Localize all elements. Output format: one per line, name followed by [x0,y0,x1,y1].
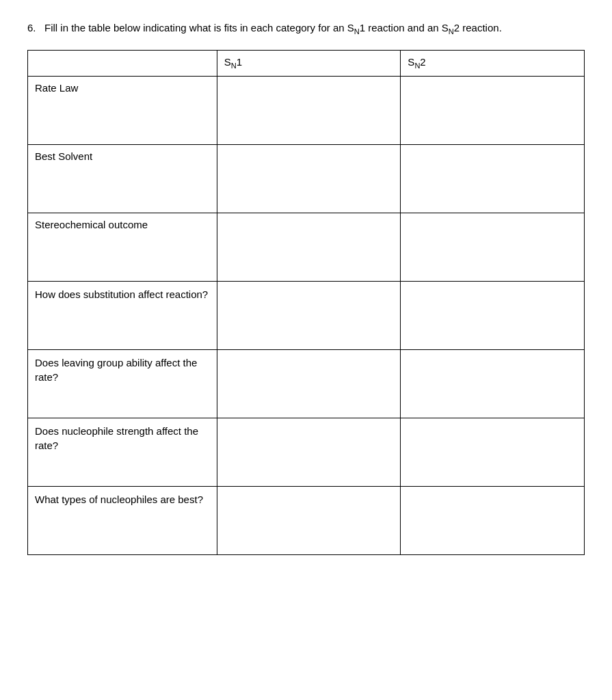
question-instruction: 6. Fill in the table below indicating wh… [27,21,585,38]
sn2-nucleophile-strength [401,418,585,486]
sn2-rate-law [401,76,585,144]
table-row: How does substitution affect reaction? [28,281,585,349]
category-substitution-effect: How does substitution affect reaction? [28,281,217,349]
category-best-solvent: Best Solvent [28,144,217,213]
table-row: Best Solvent [28,144,585,213]
table-row: What types of nucleophiles are best? [28,486,585,554]
sn2-stereochemical-outcome [401,213,585,281]
sn2-best-solvent [401,144,585,213]
question-number: 6. Fill in the table below indicating wh… [27,22,502,33]
category-leaving-group: Does leaving group ability affect the ra… [28,349,217,418]
sn1-stereochemical-outcome [217,213,401,281]
category-rate-law: Rate Law [28,76,217,144]
sn1-best-solvent [217,144,401,213]
sn2-nucleophile-types [401,486,585,554]
sn1-nucleophile-types [217,486,401,554]
table-row: Does leaving group ability affect the ra… [28,349,585,418]
sn2-leaving-group [401,349,585,418]
sn2-substitution-effect [401,281,585,349]
table-row: Rate Law [28,76,585,144]
sn1-rate-law [217,76,401,144]
category-stereochemical-outcome: Stereochemical outcome [28,213,217,281]
comparison-table: SN1 SN2 Rate Law Best Solvent Stereochem… [27,50,585,555]
sn1-leaving-group [217,349,401,418]
header-sn2: SN2 [401,50,585,76]
category-nucleophile-types: What types of nucleophiles are best? [28,486,217,554]
sn1-substitution-effect [217,281,401,349]
header-sn1: SN1 [217,50,401,76]
category-nucleophile-strength: Does nucleophile strength affect the rat… [28,418,217,486]
table-row: Does nucleophile strength affect the rat… [28,418,585,486]
header-category [28,50,217,76]
table-row: Stereochemical outcome [28,213,585,281]
sn1-nucleophile-strength [217,418,401,486]
